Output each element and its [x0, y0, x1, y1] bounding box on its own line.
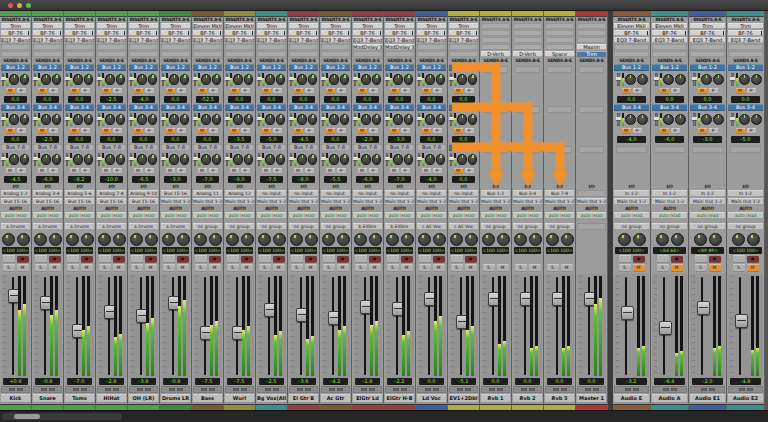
insert-slot[interactable]: D-Verb: [481, 51, 510, 57]
insert-slot[interactable]: BF-76: [97, 30, 126, 36]
track-name[interactable]: OH (LR): [129, 394, 158, 403]
empty-send-slot[interactable]: [579, 66, 604, 73]
track-mini-controls[interactable]: [449, 386, 478, 393]
send-level-fader[interactable]: [450, 153, 452, 166]
insert-slot[interactable]: EQ3 7-Band: [193, 37, 222, 43]
input-monitor-button[interactable]: [387, 255, 399, 263]
send-pre-button[interactable]: P: [709, 128, 718, 135]
input-monitor-button[interactable]: [657, 255, 669, 263]
send-level-fader[interactable]: [322, 153, 324, 166]
insert-slot[interactable]: EQ3 7-Band: [385, 37, 414, 43]
insert-slot[interactable]: Trim: [353, 23, 382, 29]
track-mini-controls[interactable]: [652, 386, 687, 393]
send-pan-knob[interactable]: [84, 74, 93, 85]
solo-button[interactable]: S: [195, 264, 207, 272]
send-pan-knob[interactable]: [404, 154, 413, 165]
send-pan-knob[interactable]: [701, 74, 712, 85]
send-pre-button[interactable]: P: [81, 88, 90, 95]
solo-button[interactable]: S: [355, 264, 367, 272]
send-pan-knob[interactable]: [20, 74, 29, 85]
record-enable-button[interactable]: [241, 255, 253, 263]
pan-knob-right[interactable]: [113, 233, 126, 246]
send-pan-knob[interactable]: [675, 74, 686, 85]
solo-button[interactable]: S: [387, 264, 399, 272]
send-pre-button[interactable]: P: [433, 128, 442, 135]
send-assignment-button[interactable]: Bus 3-4: [289, 104, 318, 111]
insert-slot[interactable]: EQ3 7-Band: [257, 37, 286, 43]
send-mute-button[interactable]: M: [102, 128, 111, 135]
insert-slot[interactable]: [481, 37, 510, 43]
input-path-selector[interactable]: Analog 11: [193, 190, 222, 197]
send-assignment-button[interactable]: Bus 1-2: [161, 64, 190, 71]
insert-slot[interactable]: EQ3 7-Band: [33, 37, 62, 43]
input-path-selector[interactable]: [577, 190, 606, 197]
send-mute-button[interactable]: M: [166, 168, 175, 175]
input-path-selector[interactable]: no input: [289, 190, 318, 197]
send-pan-knob[interactable]: [308, 114, 317, 125]
solo-button[interactable]: S: [733, 264, 745, 272]
send-assignment-button[interactable]: Bus 1-2: [353, 64, 382, 71]
send-level-fader[interactable]: [98, 113, 100, 126]
send-pan-knob[interactable]: [739, 114, 750, 125]
output-path-selector[interactable]: Main Out 1-2: [481, 198, 510, 205]
group-assignment-selector[interactable]: a Drums: [97, 223, 126, 230]
mute-button[interactable]: M: [369, 264, 381, 272]
send-pan-knob[interactable]: [276, 154, 285, 165]
insert-slot[interactable]: [129, 44, 158, 50]
send-mute-button[interactable]: M: [134, 168, 143, 175]
pan-knob-left[interactable]: [354, 233, 367, 246]
insert-slot[interactable]: BF-76: [690, 30, 725, 36]
input-monitor-button[interactable]: [419, 255, 431, 263]
insert-slot[interactable]: Trim: [577, 51, 606, 57]
send-level-fader[interactable]: [354, 153, 356, 166]
group-assignment-selector[interactable]: a Drums: [65, 223, 94, 230]
send-assignment-button[interactable]: Bus 3-4: [614, 104, 649, 111]
send-pre-button[interactable]: P: [209, 128, 218, 135]
send-pre-button[interactable]: P: [49, 128, 58, 135]
send-pre-button[interactable]: P: [369, 128, 378, 135]
track-name[interactable]: Snare: [33, 394, 62, 403]
send-pan-knob[interactable]: [297, 114, 306, 125]
track-name[interactable]: Audio A: [652, 394, 687, 403]
automation-mode-selector[interactable]: auto read: [577, 212, 606, 219]
insert-slot[interactable]: BF-76: [257, 30, 286, 36]
send-pan-knob[interactable]: [169, 74, 178, 85]
send-level-fader[interactable]: [290, 153, 292, 166]
minimize-button[interactable]: [17, 3, 22, 8]
send-pan-knob[interactable]: [201, 114, 210, 125]
insert-slot[interactable]: [161, 51, 190, 57]
send-mute-button[interactable]: M: [326, 128, 335, 135]
send-level-fader[interactable]: [731, 73, 734, 86]
send-level-fader[interactable]: [655, 73, 658, 86]
volume-fader[interactable]: [621, 306, 634, 320]
send-mute-button[interactable]: M: [390, 168, 399, 175]
input-monitor-button[interactable]: [67, 255, 79, 263]
insert-slot[interactable]: EQ3 7-Band: [449, 37, 478, 43]
insert-slot[interactable]: Trim: [161, 23, 190, 29]
input-path-selector[interactable]: no input: [257, 190, 286, 197]
insert-slot[interactable]: [690, 44, 725, 50]
send-pre-button[interactable]: P: [671, 128, 680, 135]
insert-slot[interactable]: EQ3 7-Band: [289, 37, 318, 43]
send-pan-knob[interactable]: [393, 114, 402, 125]
pan-knob-right[interactable]: [709, 233, 722, 246]
track-name[interactable]: Bass: [193, 394, 222, 403]
automation-mode-selector[interactable]: auto read: [289, 212, 318, 219]
pan-knob-right[interactable]: [81, 233, 94, 246]
input-monitor-button[interactable]: [451, 255, 463, 263]
input-monitor-button[interactable]: [619, 255, 631, 263]
insert-slot[interactable]: [545, 23, 574, 29]
record-enable-button[interactable]: [747, 255, 759, 263]
send-mute-button[interactable]: M: [294, 128, 303, 135]
send-mute-button[interactable]: M: [390, 88, 399, 95]
send-assignment-button[interactable]: Bus 7-8: [97, 144, 126, 151]
mute-button[interactable]: M: [145, 264, 157, 272]
pan-knob-right[interactable]: [145, 233, 158, 246]
insert-slot[interactable]: [289, 44, 318, 50]
insert-slot[interactable]: Trim: [417, 23, 446, 29]
send-pre-button[interactable]: P: [209, 168, 218, 175]
send-pan-knob[interactable]: [52, 114, 61, 125]
send-level-fader[interactable]: [322, 113, 324, 126]
record-enable-button[interactable]: [113, 255, 125, 263]
insert-slot[interactable]: ModDelay 3: [385, 44, 414, 50]
